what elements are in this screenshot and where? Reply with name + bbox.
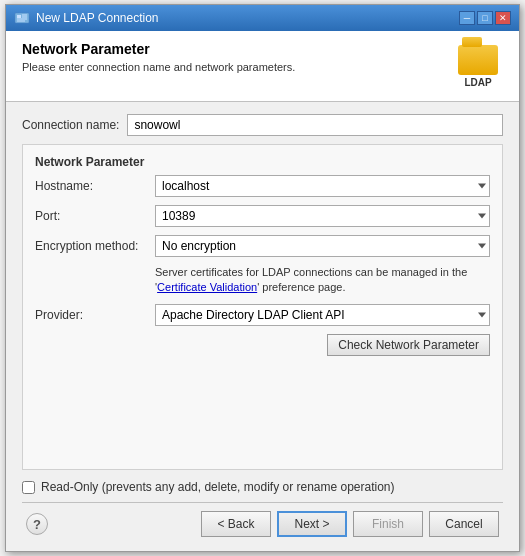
dialog-window: New LDAP Connection ─ □ ✕ Network Parame…	[5, 4, 520, 552]
hostname-select[interactable]: localhost	[155, 175, 490, 197]
provider-wrapper: Apache Directory LDAP Client API	[155, 304, 490, 326]
encryption-row: Encryption method: No encryption Use SSL…	[35, 235, 490, 257]
maximize-button[interactable]: □	[477, 11, 493, 25]
provider-row: Provider: Apache Directory LDAP Client A…	[35, 304, 490, 326]
bottom-buttons: ? < Back Next > Finish Cancel	[22, 502, 503, 543]
provider-select[interactable]: Apache Directory LDAP Client API	[155, 304, 490, 326]
check-btn-row: Check Network Parameter	[35, 334, 490, 356]
page-subtitle: Please enter connection name and network…	[22, 61, 453, 73]
network-param-section: Network Parameter Hostname: localhost Po…	[22, 144, 503, 470]
port-label: Port:	[35, 209, 155, 223]
ldap-icon-shape	[458, 45, 498, 75]
hostname-wrapper: localhost	[155, 175, 490, 197]
header-text: Network Parameter Please enter connectio…	[22, 41, 453, 73]
hostname-label: Hostname:	[35, 179, 155, 193]
title-bar: New LDAP Connection ─ □ ✕	[6, 5, 519, 31]
port-row: Port: 10389	[35, 205, 490, 227]
ldap-icon-label: LDAP	[464, 77, 491, 88]
connection-name-row: Connection name:	[22, 114, 503, 136]
port-wrapper: 10389	[155, 205, 490, 227]
window-icon	[14, 10, 30, 26]
ldap-icon-container: LDAP	[453, 41, 503, 91]
bottom-left: ?	[26, 513, 48, 535]
cert-info-text2: ' preference page.	[257, 281, 345, 293]
readonly-checkbox[interactable]	[22, 481, 35, 494]
provider-label: Provider:	[35, 308, 155, 322]
readonly-row: Read-Only (prevents any add, delete, mod…	[22, 480, 503, 494]
cert-info: Server certificates for LDAP connections…	[155, 265, 490, 296]
encryption-wrapper: No encryption Use SSL Use StartTLS	[155, 235, 490, 257]
header-section: Network Parameter Please enter connectio…	[6, 31, 519, 102]
minimize-button[interactable]: ─	[459, 11, 475, 25]
readonly-label: Read-Only (prevents any add, delete, mod…	[41, 480, 395, 494]
cancel-button[interactable]: Cancel	[429, 511, 499, 537]
hostname-row: Hostname: localhost	[35, 175, 490, 197]
page-title: Network Parameter	[22, 41, 453, 57]
port-select[interactable]: 10389	[155, 205, 490, 227]
back-button[interactable]: < Back	[201, 511, 271, 537]
check-network-button[interactable]: Check Network Parameter	[327, 334, 490, 356]
next-button[interactable]: Next >	[277, 511, 347, 537]
connection-name-input[interactable]	[127, 114, 503, 136]
close-button[interactable]: ✕	[495, 11, 511, 25]
content-area: Connection name: Network Parameter Hostn…	[6, 102, 519, 551]
help-button[interactable]: ?	[26, 513, 48, 535]
cert-link[interactable]: Certificate Validation	[157, 281, 257, 293]
window-title: New LDAP Connection	[36, 11, 159, 25]
connection-name-label: Connection name:	[22, 118, 119, 132]
network-param-title: Network Parameter	[35, 155, 490, 169]
encryption-select[interactable]: No encryption Use SSL Use StartTLS	[155, 235, 490, 257]
title-bar-controls: ─ □ ✕	[459, 11, 511, 25]
bottom-right: < Back Next > Finish Cancel	[201, 511, 499, 537]
finish-button[interactable]: Finish	[353, 511, 423, 537]
encryption-label: Encryption method:	[35, 239, 155, 253]
svg-rect-1	[17, 15, 21, 18]
title-bar-left: New LDAP Connection	[14, 10, 159, 26]
